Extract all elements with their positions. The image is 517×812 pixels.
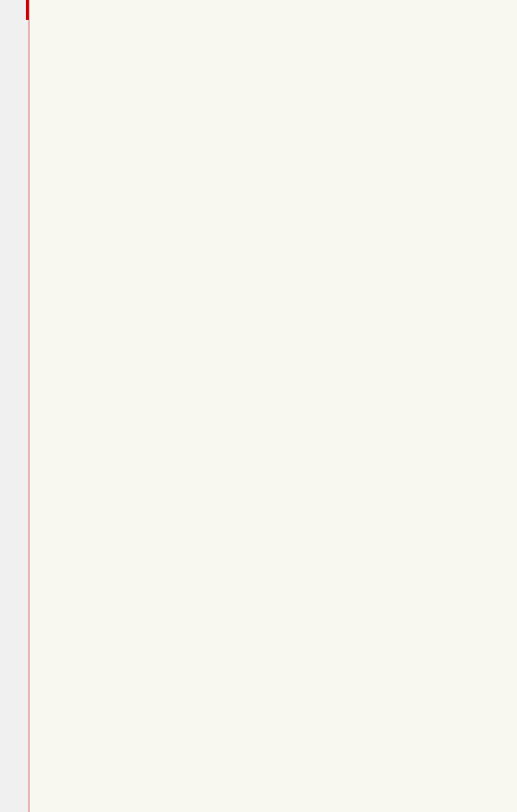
code-lines	[30, 0, 517, 812]
gutter	[0, 0, 30, 812]
code-editor	[0, 0, 517, 812]
